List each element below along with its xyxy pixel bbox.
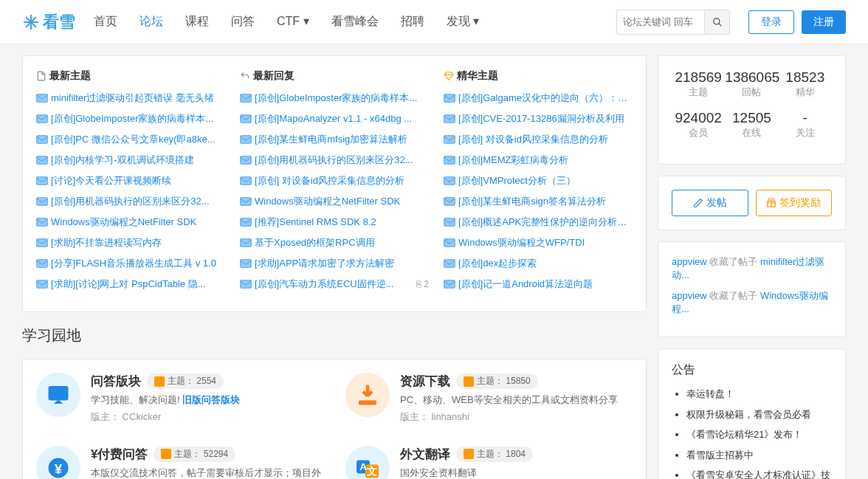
topic-link[interactable]: [原创]汽车动力系统ECU固件逆... xyxy=(255,278,394,291)
topic-link[interactable]: [原创]用机器码执行的区别来区分32... xyxy=(255,154,413,167)
topic-link[interactable]: [原创]MapoAnalyzer v1.1 - x64dbg ... xyxy=(255,112,412,125)
stat-number: 218569 xyxy=(672,69,725,86)
svg-text:A: A xyxy=(359,461,367,472)
nav-item-2[interactable]: 课程 xyxy=(185,14,209,30)
register-button[interactable]: 注册 xyxy=(802,10,846,34)
badge-icon xyxy=(464,449,474,459)
topic-link[interactable]: [原创]VMProtect分析（三） xyxy=(458,174,576,187)
notice-item[interactable]: 看雪版主招募中 xyxy=(686,448,832,463)
topic-link[interactable]: [求助]不挂靠进程读写内存 xyxy=(51,236,162,249)
mail-icon xyxy=(240,259,252,268)
topic-item: Windows驱动编程之WFP/TDI xyxy=(444,236,633,249)
mail-icon xyxy=(240,176,252,185)
topic-link[interactable]: [原创]PC 微信公众号文章key(即a8ke... xyxy=(51,133,215,146)
notice-item[interactable]: 权限升级秘籍，看雪会员必看 xyxy=(686,407,832,422)
topic-link[interactable]: [原创]Galgame汉化中的逆向（六）：动... xyxy=(458,92,633,105)
topic-link[interactable]: Windows驱动编程之NetFilter SDK xyxy=(255,195,400,208)
notice-item[interactable]: 《看雪安卓安全人才标准认证》技术要求细则发布 xyxy=(686,468,832,479)
topic-item: [原创]MapoAnalyzer v1.1 - x64dbg ... xyxy=(240,112,429,125)
topic-link[interactable]: [原创]概述APK完整性保护的逆向分析及... xyxy=(458,216,633,229)
nav-item-5[interactable]: 看雪峰会 xyxy=(331,14,379,30)
search-button[interactable] xyxy=(705,10,730,35)
mail-icon xyxy=(240,94,252,103)
mail-icon xyxy=(240,280,252,289)
forum-moderator: 版主： linhanshi xyxy=(400,410,633,424)
topic-link[interactable]: [原创]某生鲜电商mfsig加密算法解析 xyxy=(255,133,407,146)
topic-link[interactable]: [原创] 对设备id风控采集信息的分析 xyxy=(255,174,404,187)
topic-link[interactable]: [原创]GlobeImposter家族的病毒样本... xyxy=(51,112,213,125)
topic-link[interactable]: [原创]dex起步探索 xyxy=(458,257,537,270)
topic-link[interactable]: 基于Xposed的框架RPC调用 xyxy=(255,236,375,249)
nav-item-7[interactable]: 发现 ▾ xyxy=(447,14,479,30)
mail-icon xyxy=(444,197,455,206)
feed-user[interactable]: appview xyxy=(672,290,707,301)
topic-link[interactable]: Windows驱动编程之NetFilter SDK xyxy=(51,216,196,229)
topic-link[interactable]: minifilter过滤驱动引起页错误 毫无头绪 xyxy=(51,92,214,105)
topic-link[interactable]: [原创]CVE-2017-13286漏洞分析及利用 xyxy=(458,112,624,125)
topic-link[interactable]: [原创]记一道Android算法逆向题 xyxy=(458,278,593,291)
svg-rect-23 xyxy=(444,136,455,144)
stat-3: 924002会员 xyxy=(672,110,725,139)
forum-title[interactable]: 资源下载 xyxy=(400,373,450,390)
svg-rect-2 xyxy=(37,115,48,123)
mail-icon xyxy=(444,94,455,103)
mail-icon xyxy=(240,238,252,247)
feed-user[interactable]: appview xyxy=(672,256,707,267)
stat-label: 主题 xyxy=(672,86,725,99)
badge-icon xyxy=(161,449,171,459)
svg-rect-10 xyxy=(37,280,48,289)
search-input[interactable] xyxy=(616,10,705,35)
topic-link[interactable]: [原创]内核学习-双机调试环境搭建 xyxy=(51,154,194,167)
notice-item[interactable]: 《看雪论坛精华21》发布！ xyxy=(686,427,832,442)
topic-link[interactable]: [原创]GlobeImposter家族的病毒样本... xyxy=(255,92,417,105)
topic-link[interactable]: Windows驱动编程之WFP/TDI xyxy=(458,236,585,249)
nav-item-0[interactable]: 首页 xyxy=(94,14,117,30)
nav-item-6[interactable]: 招聘 xyxy=(401,14,424,30)
notice-item[interactable]: 幸运转盘！ xyxy=(686,387,832,402)
stat-5: -关注 xyxy=(779,110,832,139)
forum-title[interactable]: 问答版块 xyxy=(91,373,141,390)
topic-link[interactable]: [原创] 对设备id风控采集信息的分析 xyxy=(458,133,608,146)
topic-item: minifilter过滤驱动引起页错误 毫无头绪 xyxy=(36,92,225,105)
mail-icon xyxy=(240,218,252,227)
badge-icon xyxy=(154,376,165,387)
svg-rect-18 xyxy=(241,239,252,247)
topic-link[interactable]: [原创]用机器码执行的区别来区分32... xyxy=(51,195,210,208)
search-icon xyxy=(712,17,723,27)
mail-icon xyxy=(36,197,48,206)
gift-icon xyxy=(766,198,776,208)
mail-icon xyxy=(240,114,252,123)
topic-item: [求助][讨论]网上对 PspCidTable 隐... xyxy=(36,278,225,291)
notice-title: 公告 xyxy=(672,362,832,378)
login-button[interactable]: 登录 xyxy=(748,10,794,34)
top-nav: 看雪 首页论坛课程问答CTF ▾看雪峰会招聘发现 ▾ 登录 注册 xyxy=(0,0,868,44)
forum-title[interactable]: ¥付费问答 xyxy=(91,446,148,463)
mail-icon xyxy=(36,238,48,247)
mail-icon xyxy=(444,156,455,165)
mail-icon xyxy=(36,218,48,227)
topic-link[interactable]: [原创]MEMZ彩虹病毒分析 xyxy=(458,154,569,167)
forum-title[interactable]: 外文翻译 xyxy=(400,446,450,463)
topic-link[interactable]: [求助][讨论]网上对 PspCidTable 隐... xyxy=(51,278,206,291)
topic-link[interactable]: [讨论]今天看公开课视频断续 xyxy=(51,174,171,187)
checkin-button[interactable]: 签到奖励 xyxy=(756,190,833,216)
new-post-button[interactable]: 发帖 xyxy=(672,190,748,216)
nav-item-4[interactable]: CTF ▾ xyxy=(277,14,309,30)
nav-item-1[interactable]: 论坛 xyxy=(140,14,163,30)
stat-number: - xyxy=(779,110,832,126)
topic-link[interactable]: [求助]APP请求加密了求方法解密 xyxy=(255,257,394,270)
feed-action: 收藏了帖子 xyxy=(709,290,757,301)
topic-item: [原创] 对设备id风控采集信息的分析 xyxy=(240,174,429,187)
topic-link[interactable]: [推荐]Sentinel RMS SDK 8.2 xyxy=(255,216,376,229)
mail-icon xyxy=(240,135,252,144)
logo[interactable]: 看雪 xyxy=(22,11,75,33)
topic-item: [原创]记一道Android算法逆向题 xyxy=(444,278,633,291)
topic-link[interactable]: [分享]FLASH音乐播放器生成工具 v 1.0 xyxy=(51,257,216,270)
svg-rect-27 xyxy=(444,218,455,227)
nav-item-3[interactable]: 问答 xyxy=(231,14,255,30)
topic-link[interactable]: [原创]某生鲜电商sign签名算法分析 xyxy=(458,195,606,208)
forum-desc-link[interactable]: 旧版问答版块 xyxy=(182,394,240,405)
edit-icon xyxy=(693,198,703,208)
stat-label: 精华 xyxy=(779,86,832,99)
forum-count-badge: 主题： 15850 xyxy=(456,373,538,389)
